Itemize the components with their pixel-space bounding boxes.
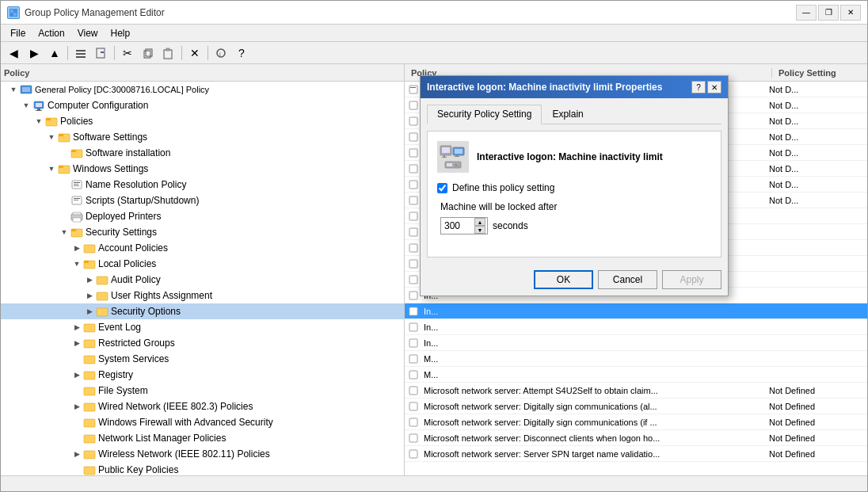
policy-title: Interactive logon: Machine inactivity li… [477,151,711,162]
spin-row: 300 ▲ ▼ seconds [440,217,711,235]
apply-button[interactable]: Apply [662,270,721,289]
ok-button[interactable]: OK [534,270,593,289]
svg-rect-94 [442,157,447,158]
svg-rect-96 [455,149,463,154]
modal-controls: ? ✕ [691,81,721,93]
svg-rect-101 [455,164,457,165]
tab-security-policy-setting[interactable]: Security Policy Setting [427,105,542,124]
lock-label: Machine will be locked after [440,201,711,212]
modal-overlay: Interactive logon: Machine inactivity li… [0,0,868,492]
svg-rect-98 [455,156,459,157]
spin-arrows: ▲ ▼ [474,218,485,234]
policy-big-icon [437,141,469,173]
svg-rect-102 [455,166,459,166]
modal-inner-panel: Interactive logon: Machine inactivity li… [427,131,721,257]
spin-value[interactable]: 300 [443,220,474,231]
modal-close-button[interactable]: ✕ [707,81,721,93]
modal-title-bar: Interactive logon: Machine inactivity li… [421,76,728,98]
modal-footer: OK Cancel Apply [421,264,728,296]
define-policy-checkbox[interactable] [437,183,447,193]
modal-help-button[interactable]: ? [691,81,706,93]
spin-down-button[interactable]: ▼ [474,226,485,234]
spin-input-container: 300 ▲ ▼ [440,217,488,235]
modal-content: Security Policy Setting Explain [421,98,728,264]
modal-tabs: Security Policy Setting Explain [427,105,721,124]
svg-rect-92 [442,147,450,153]
modal-dialog: Interactive logon: Machine inactivity li… [420,75,729,296]
spin-unit-label: seconds [493,220,528,231]
spin-up-button[interactable]: ▲ [474,218,485,226]
cancel-button[interactable]: Cancel [598,270,657,289]
modal-title: Interactive logon: Machine inactivity li… [427,82,662,93]
svg-rect-100 [447,163,452,166]
define-policy-label[interactable]: Define this policy setting [452,182,554,193]
modal-policy-header: Interactive logon: Machine inactivity li… [437,141,711,173]
modal-define-checkbox-row: Define this policy setting [437,182,711,193]
tab-explain[interactable]: Explain [542,105,593,124]
